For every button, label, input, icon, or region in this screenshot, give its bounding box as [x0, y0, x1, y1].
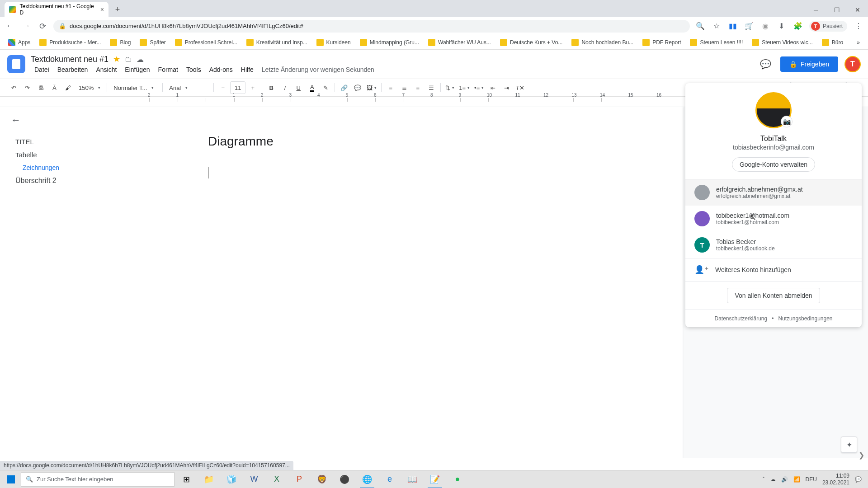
add-account-button[interactable]: 👤⁺ Weiteres Konto hinzufügen — [685, 258, 862, 282]
font-increase-button[interactable]: + — [246, 81, 259, 94]
edge-app[interactable]: e — [379, 470, 401, 488]
extension-icon-3[interactable]: ◉ — [760, 21, 770, 31]
new-tab-button[interactable]: + — [111, 3, 124, 16]
indent-decrease-button[interactable]: ⇤ — [486, 81, 499, 94]
bookmark-item[interactable]: Steuern Lesen !!!! — [686, 37, 746, 48]
privacy-link[interactable]: Datenschutzerklärung — [714, 315, 767, 322]
wifi-icon[interactable]: 📶 — [793, 476, 800, 483]
star-icon[interactable]: ★ — [113, 54, 120, 64]
bookmark-item[interactable]: Büro — [818, 37, 847, 48]
comments-button[interactable]: 💬 — [758, 56, 774, 72]
line-spacing-button[interactable]: ⇅ — [443, 81, 456, 94]
chrome-app[interactable]: 🌐 — [356, 470, 378, 488]
task-view-button[interactable]: ⊞ — [175, 470, 197, 488]
highlight-button[interactable]: ✎ — [319, 81, 332, 94]
powerpoint-app[interactable]: P — [288, 470, 310, 488]
manage-account-button[interactable]: Google-Konto verwalten — [732, 157, 815, 172]
print-button[interactable]: 🖶 — [34, 81, 47, 94]
cloud-sync-icon[interactable]: ☁ — [770, 476, 776, 483]
bookmark-item[interactable]: Später — [136, 37, 169, 48]
bookmark-item[interactable]: Wahlfächer WU Aus... — [425, 37, 495, 48]
menu-dots-icon[interactable]: ⋮ — [854, 21, 863, 31]
document-title[interactable]: Textdokument neu #1 — [31, 55, 108, 64]
clock[interactable]: 11:0923.02.2021 — [822, 473, 849, 486]
explore-button[interactable]: ✦ — [841, 436, 857, 453]
redo-button[interactable]: ↷ — [21, 81, 33, 94]
camera-icon[interactable]: 📷 — [781, 116, 793, 127]
menu-ansicht[interactable]: Ansicht — [92, 65, 120, 74]
signout-all-button[interactable]: Von allen Konten abmelden — [727, 288, 820, 303]
reload-button[interactable]: ⟳ — [37, 21, 48, 32]
bold-button[interactable]: B — [265, 81, 278, 94]
browser-tab[interactable]: Textdokument neu #1 - Google D × — [5, 2, 108, 17]
extension-icon-4[interactable]: ⬇ — [777, 21, 787, 31]
minimize-button[interactable]: ─ — [806, 3, 826, 17]
undo-button[interactable]: ↶ — [7, 81, 20, 94]
side-panel-arrow[interactable]: ❯ — [856, 450, 866, 460]
last-edit-text[interactable]: Letzte Änderung vor wenigen Sekunden — [258, 65, 378, 74]
share-button[interactable]: 🔒Freigeben — [780, 56, 838, 72]
image-button[interactable]: 🖼 — [365, 81, 378, 94]
explorer-app[interactable]: 📁 — [198, 470, 220, 488]
bookmark-item[interactable]: Mindmapping (Gru... — [356, 37, 423, 48]
menu-format[interactable]: Format — [155, 65, 182, 74]
account-row[interactable]: erfolgreich.abnehmen@gmx.aterfolgreich.a… — [685, 179, 862, 206]
volume-icon[interactable]: 🔊 — [781, 476, 788, 483]
menu-bearbeiten[interactable]: Bearbeiten — [54, 65, 92, 74]
extension-icon-2[interactable]: 🛒 — [744, 21, 754, 31]
back-button[interactable]: ← — [5, 21, 15, 32]
forward-button[interactable]: → — [21, 21, 32, 32]
bookmark-item[interactable]: Noch hochladen Bu... — [568, 37, 637, 48]
align-center-button[interactable]: ≣ — [398, 81, 410, 94]
indent-increase-button[interactable]: ⇥ — [500, 81, 513, 94]
bookmark-item[interactable]: Blog — [106, 37, 134, 48]
menu-einfügen[interactable]: Einfügen — [121, 65, 153, 74]
text-color-button[interactable]: A — [306, 81, 318, 94]
excel-app[interactable]: X — [266, 470, 288, 488]
account-row[interactable]: TTobias Beckertobibecker1@outlook.de — [685, 232, 862, 258]
paint-format-button[interactable]: 🖌 — [61, 81, 74, 94]
menu-add-ons[interactable]: Add-ons — [206, 65, 236, 74]
outline-item[interactable]: Tabelle — [11, 148, 138, 161]
bookmarks-overflow[interactable]: » — [853, 38, 863, 47]
bullet-list-button[interactable]: •≡ — [472, 81, 486, 94]
font-size-input[interactable]: 11 — [230, 81, 245, 94]
outline-item[interactable]: Zeichnungen — [11, 161, 138, 174]
account-row[interactable]: tobibecker1@hotmail.comtobibecker1@hotma… — [685, 206, 862, 232]
underline-button[interactable]: U — [292, 81, 305, 94]
link-button[interactable]: 🔗 — [338, 81, 350, 94]
bookmark-item[interactable]: Produktsuche - Mer... — [36, 37, 104, 48]
comment-button[interactable]: 💬 — [351, 81, 364, 94]
app-icon[interactable]: 🧊 — [221, 470, 242, 488]
obs-app[interactable]: ⚫ — [334, 470, 355, 488]
maximize-button[interactable]: ☐ — [826, 3, 847, 17]
align-left-button[interactable]: ≡ — [384, 81, 397, 94]
outline-collapse-button[interactable]: ← — [11, 114, 138, 126]
apps-button[interactable]: Apps — [5, 37, 34, 48]
align-justify-button[interactable]: ☰ — [425, 81, 438, 94]
notifications-icon[interactable]: 💬 — [855, 476, 862, 483]
outline-item[interactable]: TITEL — [11, 135, 138, 148]
font-decrease-button[interactable]: − — [217, 81, 229, 94]
extension-icon[interactable]: ▮▮ — [728, 21, 738, 31]
cloud-status-icon[interactable]: ☁ — [137, 55, 144, 64]
spotify-app[interactable]: ● — [447, 470, 468, 488]
terms-link[interactable]: Nutzungsbedingungen — [778, 315, 832, 322]
bookmark-item[interactable]: Kreativität und Insp... — [243, 37, 311, 48]
numbered-list-button[interactable]: 1≡ — [457, 81, 472, 94]
bookmark-item[interactable]: Steuern Videos wic... — [748, 37, 816, 48]
tab-close-icon[interactable]: × — [100, 6, 104, 13]
profile-chip[interactable]: T Pausiert — [809, 21, 847, 32]
page[interactable]: Diagramme — [149, 107, 683, 458]
language-indicator[interactable]: DEU — [806, 476, 817, 483]
word-app[interactable]: W — [243, 470, 265, 488]
align-right-button[interactable]: ≡ — [411, 81, 424, 94]
paragraph-style-select[interactable]: Normaler T... — [110, 81, 160, 94]
menu-datei[interactable]: Datei — [31, 65, 53, 74]
notepad-app[interactable]: 📝 — [424, 470, 446, 488]
account-avatar[interactable]: T — [844, 56, 861, 72]
zoom-icon[interactable]: 🔍 — [695, 21, 705, 31]
docs-logo-icon[interactable] — [7, 55, 25, 73]
outline-item[interactable]: Überschrift 2 — [11, 174, 138, 188]
start-button[interactable] — [2, 470, 20, 488]
